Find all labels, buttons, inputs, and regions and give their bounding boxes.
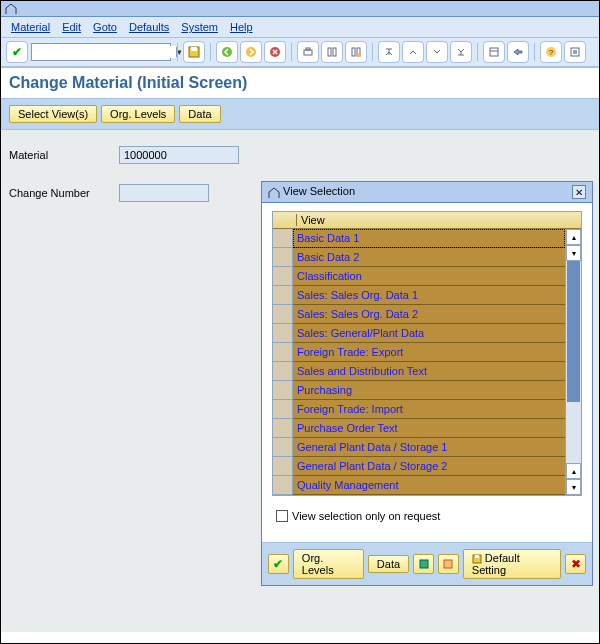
- menu-help[interactable]: Help: [230, 21, 253, 33]
- select-all-icon[interactable]: [413, 554, 434, 574]
- help-icon[interactable]: ?: [541, 42, 561, 62]
- row-selector[interactable]: [273, 400, 293, 419]
- row-selector[interactable]: [273, 438, 293, 457]
- enter-icon[interactable]: ✔: [7, 42, 27, 62]
- view-item[interactable]: Sales: Sales Org. Data 2: [293, 305, 565, 324]
- row-selector[interactable]: [273, 286, 293, 305]
- last-page-icon[interactable]: [451, 42, 471, 62]
- row-selector[interactable]: [273, 343, 293, 362]
- scroll-up-icon[interactable]: ▴: [566, 229, 581, 245]
- view-item[interactable]: Basic Data 2: [293, 248, 565, 267]
- table-row[interactable]: General Plant Data / Storage 1: [273, 438, 565, 457]
- scroll-up2-icon[interactable]: ▴: [566, 463, 581, 479]
- table-body: Basic Data 1 Basic Data 2 Classification…: [273, 229, 565, 495]
- dialog-data-button[interactable]: Data: [368, 555, 409, 573]
- command-field[interactable]: ▾: [31, 43, 171, 61]
- continue-icon[interactable]: ✔: [268, 554, 289, 574]
- svg-point-11: [357, 53, 361, 57]
- svg-rect-9: [352, 48, 355, 56]
- dialog-org-levels-button[interactable]: Org. Levels: [293, 549, 364, 579]
- row-selector[interactable]: [273, 248, 293, 267]
- table-row[interactable]: Foreign Trade: Import: [273, 400, 565, 419]
- find-icon[interactable]: [322, 42, 342, 62]
- back-icon[interactable]: [217, 42, 237, 62]
- menu-edit[interactable]: Edit: [62, 21, 81, 33]
- table-scrollbar[interactable]: ▴ ▾ ▴ ▾: [565, 229, 581, 495]
- row-selector[interactable]: [273, 362, 293, 381]
- window-titlebar: [1, 1, 599, 17]
- scroll-down2-icon[interactable]: ▾: [566, 479, 581, 495]
- menu-material[interactable]: Material: [11, 21, 50, 33]
- table-row[interactable]: Basic Data 2: [273, 248, 565, 267]
- dialog-title-wrap: View Selection: [268, 185, 355, 198]
- find-next-icon[interactable]: [346, 42, 366, 62]
- view-item[interactable]: Sales: General/Plant Data: [293, 324, 565, 343]
- menu-system[interactable]: System: [181, 21, 218, 33]
- view-only-on-request-checkbox[interactable]: View selection only on request: [276, 510, 582, 522]
- view-item[interactable]: Purchasing: [293, 381, 565, 400]
- table-row[interactable]: Quality Management: [273, 476, 565, 495]
- svg-rect-20: [475, 555, 479, 558]
- new-session-icon[interactable]: [484, 42, 504, 62]
- command-input[interactable]: [32, 46, 176, 58]
- view-item[interactable]: General Plant Data / Storage 2: [293, 457, 565, 476]
- cancel-icon[interactable]: [265, 42, 285, 62]
- view-item[interactable]: Basic Data 1: [293, 229, 565, 248]
- scroll-down-icon[interactable]: ▾: [566, 245, 581, 261]
- material-input[interactable]: [119, 146, 239, 164]
- default-setting-button[interactable]: Default Setting: [463, 549, 561, 579]
- table-row[interactable]: Purchasing: [273, 381, 565, 400]
- print-icon[interactable]: [298, 42, 318, 62]
- org-levels-button[interactable]: Org. Levels: [101, 105, 175, 123]
- view-item[interactable]: Sales and Distribution Text: [293, 362, 565, 381]
- table-row[interactable]: Sales: General/Plant Data: [273, 324, 565, 343]
- select-views-button[interactable]: Select View(s): [9, 105, 97, 123]
- save-icon[interactable]: [184, 42, 204, 62]
- row-selector[interactable]: [273, 419, 293, 438]
- view-item[interactable]: General Plant Data / Storage 1: [293, 438, 565, 457]
- table-row[interactable]: Classification: [273, 267, 565, 286]
- scroll-track[interactable]: [566, 261, 581, 463]
- row-selector[interactable]: [273, 476, 293, 495]
- view-item[interactable]: Quality Management: [293, 476, 565, 495]
- table-row[interactable]: Purchase Order Text: [273, 419, 565, 438]
- next-page-icon[interactable]: [427, 42, 447, 62]
- menu-goto[interactable]: Goto: [93, 21, 117, 33]
- view-item[interactable]: Classification: [293, 267, 565, 286]
- data-button[interactable]: Data: [179, 105, 220, 123]
- table-row[interactable]: Sales: Sales Org. Data 2: [273, 305, 565, 324]
- row-selector[interactable]: [273, 381, 293, 400]
- svg-rect-17: [420, 560, 428, 568]
- table-header-view[interactable]: View: [297, 214, 329, 226]
- change-number-input[interactable]: [119, 184, 209, 202]
- row-selector[interactable]: [273, 267, 293, 286]
- exit-icon[interactable]: [241, 42, 261, 62]
- prev-page-icon[interactable]: [403, 42, 423, 62]
- svg-rect-16: [573, 50, 577, 54]
- page-title: Change Material (Initial Screen): [1, 67, 599, 99]
- menu-defaults[interactable]: Defaults: [129, 21, 169, 33]
- view-item[interactable]: Purchase Order Text: [293, 419, 565, 438]
- row-selector[interactable]: [273, 229, 293, 248]
- row-selector[interactable]: [273, 305, 293, 324]
- row-selector[interactable]: [273, 324, 293, 343]
- application-toolbar: Select View(s) Org. Levels Data: [1, 99, 599, 130]
- checkbox-box[interactable]: [276, 510, 288, 522]
- close-icon[interactable]: ✕: [572, 185, 586, 199]
- table-row[interactable]: General Plant Data / Storage 2: [273, 457, 565, 476]
- view-selection-dialog: View Selection ✕ View Basic Data 1 Basic…: [261, 181, 593, 586]
- table-row[interactable]: Foreign Trade: Export: [273, 343, 565, 362]
- row-selector[interactable]: [273, 457, 293, 476]
- cancel-dialog-icon[interactable]: ✖: [565, 554, 586, 574]
- view-item[interactable]: Foreign Trade: Import: [293, 400, 565, 419]
- table-row[interactable]: Sales and Distribution Text: [273, 362, 565, 381]
- generate-shortcut-icon[interactable]: [508, 42, 528, 62]
- deselect-all-icon[interactable]: [438, 554, 459, 574]
- table-row[interactable]: Basic Data 1: [273, 229, 565, 248]
- first-page-icon[interactable]: [379, 42, 399, 62]
- scroll-thumb[interactable]: [567, 261, 580, 402]
- view-item[interactable]: Sales: Sales Org. Data 1: [293, 286, 565, 305]
- customize-layout-icon[interactable]: [565, 42, 585, 62]
- view-item[interactable]: Foreign Trade: Export: [293, 343, 565, 362]
- table-row[interactable]: Sales: Sales Org. Data 1: [273, 286, 565, 305]
